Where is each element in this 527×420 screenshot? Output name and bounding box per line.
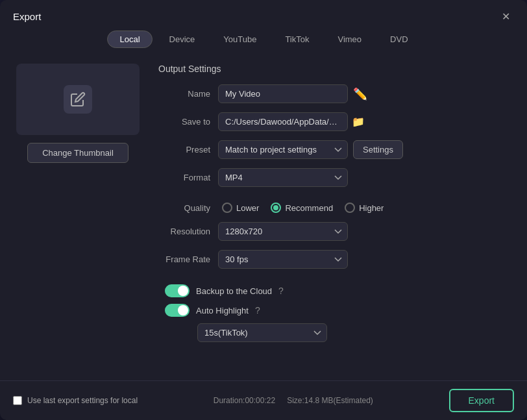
quality-row: Quality Lower Recommend Higher xyxy=(158,203,514,213)
change-thumbnail-button[interactable]: Change Thumbnail xyxy=(27,143,129,163)
tab-youtube[interactable]: YouTube xyxy=(212,31,268,48)
last-export-checkbox-label[interactable]: Use last export settings for local xyxy=(13,396,138,405)
tab-dvd[interactable]: DVD xyxy=(378,31,419,48)
tab-tiktok[interactable]: TikTok xyxy=(273,31,321,48)
tab-local[interactable]: Local xyxy=(107,31,152,48)
main-content: Change Thumbnail Output Settings Name ✏️… xyxy=(0,57,527,380)
backup-help-icon[interactable]: ? xyxy=(278,286,284,296)
name-input-row: ✏️ xyxy=(218,84,367,103)
backup-toggle-knob xyxy=(178,286,188,296)
quality-lower-option[interactable]: Lower xyxy=(222,203,259,213)
resolution-select[interactable]: 1280x720 1920x1080 3840x2160 xyxy=(218,222,348,241)
right-panel: Output Settings Name ✏️ Save to 📁 Pres xyxy=(158,64,514,374)
name-label: Name xyxy=(158,89,210,99)
left-panel: Change Thumbnail xyxy=(13,64,143,374)
quality-label: Quality xyxy=(158,203,210,213)
quality-lower-label: Lower xyxy=(236,203,259,213)
thumbnail-preview xyxy=(16,64,140,135)
tab-vimeo[interactable]: Vimeo xyxy=(326,31,373,48)
format-label: Format xyxy=(158,173,210,182)
save-to-input-row: 📁 xyxy=(218,112,365,131)
quality-higher-option[interactable]: Higher xyxy=(345,203,384,213)
autohighlight-toggle[interactable] xyxy=(165,304,190,317)
folder-icon[interactable]: 📁 xyxy=(352,116,365,128)
preset-row: Preset Match to project settings Setting… xyxy=(158,140,514,159)
tiktok-select[interactable]: 15s(TikTok) 30s(TikTok) 60s(TikTok) xyxy=(197,323,327,342)
quality-higher-radio[interactable] xyxy=(345,203,355,213)
quality-higher-label: Higher xyxy=(359,203,384,213)
close-button[interactable]: ✕ xyxy=(498,9,514,24)
autohighlight-label: Auto Highlight xyxy=(196,306,249,315)
autohighlight-row: Auto Highlight ? xyxy=(158,304,514,317)
resolution-row: Resolution 1280x720 1920x1080 3840x2160 xyxy=(158,222,514,241)
preset-input-row: Match to project settings Settings xyxy=(218,140,403,159)
export-dialog: Export ✕ Local Device YouTube TikTok Vim… xyxy=(0,0,527,420)
quality-recommend-option[interactable]: Recommend xyxy=(271,203,333,213)
thumbnail-icon xyxy=(64,85,92,114)
name-row: Name ✏️ xyxy=(158,84,514,103)
backup-row: Backup to the Cloud ? xyxy=(158,284,514,297)
name-input[interactable] xyxy=(218,84,348,103)
size-info: Size:14.8 MB(Estimated) xyxy=(287,396,373,405)
ai-icon[interactable]: ✏️ xyxy=(353,87,367,101)
save-to-input[interactable] xyxy=(218,112,348,131)
duration-info: Duration:00:00:22 xyxy=(214,396,275,405)
format-row: Format MP4 MOV AVI xyxy=(158,168,514,187)
format-select[interactable]: MP4 MOV AVI xyxy=(218,168,348,187)
tiktok-select-row: 15s(TikTok) 30s(TikTok) 60s(TikTok) xyxy=(158,323,514,342)
backup-label: Backup to the Cloud xyxy=(196,286,272,296)
bottom-info: Duration:00:00:22 Size:14.8 MB(Estimated… xyxy=(214,396,373,405)
tab-device[interactable]: Device xyxy=(158,31,207,48)
save-to-label: Save to xyxy=(158,117,210,127)
bottom-bar: Use last export settings for local Durat… xyxy=(0,380,527,420)
save-to-row: Save to 📁 xyxy=(158,112,514,131)
dialog-title: Export xyxy=(13,11,41,22)
preset-select[interactable]: Match to project settings xyxy=(218,140,348,159)
resolution-label: Resolution xyxy=(158,227,210,236)
preset-label: Preset xyxy=(158,145,210,154)
export-button[interactable]: Export xyxy=(449,389,514,412)
quality-recommend-radio[interactable] xyxy=(271,203,281,213)
output-settings-title: Output Settings xyxy=(158,64,514,74)
tab-bar: Local Device YouTube TikTok Vimeo DVD xyxy=(0,31,527,57)
last-export-checkbox[interactable] xyxy=(13,396,22,405)
framerate-label: Frame Rate xyxy=(158,254,210,264)
settings-button[interactable]: Settings xyxy=(353,140,403,159)
title-bar: Export ✕ xyxy=(0,0,527,31)
autohighlight-toggle-knob xyxy=(178,305,188,315)
framerate-select[interactable]: 30 fps 24 fps 60 fps xyxy=(218,250,348,269)
autohighlight-help-icon[interactable]: ? xyxy=(255,305,260,315)
quality-lower-radio[interactable] xyxy=(222,203,232,213)
framerate-row: Frame Rate 30 fps 24 fps 60 fps xyxy=(158,250,514,269)
quality-recommend-label: Recommend xyxy=(285,203,333,213)
last-export-label: Use last export settings for local xyxy=(27,396,138,405)
backup-toggle[interactable] xyxy=(165,284,190,297)
